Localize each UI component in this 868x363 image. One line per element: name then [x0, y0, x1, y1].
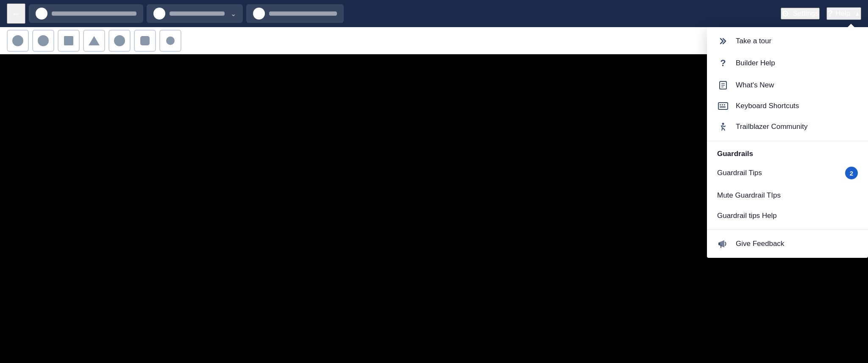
double-arrow-icon [717, 36, 729, 46]
menu-label-guardrail-tips-help: Guardrail tips Help [717, 212, 777, 220]
guardrails-section-header: Guardrails [707, 145, 868, 161]
menu-label-mute-guardrail-tips: Mute Guardrail TIps [717, 191, 781, 200]
menu-item-give-feedback[interactable]: Give Feedback [707, 233, 868, 254]
menu-divider-guardrails [707, 141, 868, 141]
menu-item-guardrail-tips[interactable]: Guardrail Tips 2 [707, 161, 868, 185]
chevron-down-icon: ⌄ [231, 10, 236, 18]
gear-icon: ⚙ [782, 8, 789, 19]
smaller-circle-shape-icon [166, 36, 175, 45]
menu-item-take-tour[interactable]: Take a tour [707, 31, 868, 52]
menu-item-builder-help[interactable]: ? Builder Help [707, 52, 868, 75]
svg-rect-7 [724, 104, 725, 106]
tab-label-1 [52, 11, 136, 16]
shape-button-circle-2[interactable] [32, 30, 54, 52]
svg-rect-5 [720, 104, 721, 106]
svg-rect-10 [718, 243, 720, 245]
keyboard-icon [717, 102, 729, 110]
tab-item-1[interactable] [29, 4, 143, 23]
help-label: Help [835, 9, 850, 18]
shape-button-circle-1[interactable] [7, 30, 29, 52]
guardrail-tips-badge: 2 [845, 167, 858, 179]
document-icon [717, 81, 729, 90]
menu-label-guardrail-tips: Guardrail Tips [717, 169, 762, 177]
rounded-square-shape-icon [140, 36, 150, 45]
topbar-right: ⚙ Settings ? Help ▲ [781, 7, 861, 20]
person-walk-icon [717, 122, 729, 131]
back-button[interactable]: ← [7, 3, 25, 24]
shape-button-small-circle[interactable] [159, 30, 181, 52]
triangle-shape-icon [89, 36, 100, 45]
dropdown-arrow [847, 24, 855, 28]
topbar: ← ⌄ ⚙ Settings ? Help ▲ [0, 0, 868, 27]
svg-rect-8 [720, 106, 726, 108]
menu-divider-feedback [707, 229, 868, 230]
menu-item-keyboard-shortcuts[interactable]: Keyboard Shortcuts [707, 96, 868, 116]
menu-label-take-tour: Take a tour [736, 37, 771, 45]
help-dropdown-menu: Take a tour ? Builder Help What's New [707, 27, 868, 258]
menu-item-trailblazer-community[interactable]: Trailblazer Community [707, 116, 868, 137]
back-icon: ← [11, 8, 21, 20]
megaphone-icon [717, 239, 729, 249]
menu-item-whats-new[interactable]: What's New [707, 75, 868, 96]
shape-button-rounded-square[interactable] [134, 30, 156, 52]
menu-label-keyboard-shortcuts: Keyboard Shortcuts [736, 102, 799, 110]
shape-button-circle-3[interactable] [108, 30, 131, 52]
svg-rect-4 [718, 103, 728, 109]
svg-point-9 [722, 123, 724, 125]
menu-item-guardrail-tips-help[interactable]: Guardrail tips Help [707, 206, 868, 226]
tab-avatar-2 [153, 8, 165, 20]
menu-label-give-feedback: Give Feedback [736, 240, 784, 248]
question-mark-icon: ? [717, 58, 729, 69]
tab-avatar-1 [36, 8, 47, 20]
settings-label: Settings [793, 9, 818, 18]
tab-label-3 [269, 11, 337, 16]
question-icon: ? [827, 8, 833, 19]
menu-item-mute-guardrail-tips[interactable]: Mute Guardrail TIps [707, 185, 868, 206]
help-chevron-icon: ▲ [854, 10, 860, 17]
circle-shape-icon-2 [38, 35, 49, 46]
menu-label-trailblazer-community: Trailblazer Community [736, 123, 807, 131]
settings-button[interactable]: ⚙ Settings [781, 8, 819, 20]
circle-shape-icon-3 [114, 35, 125, 46]
help-button[interactable]: ? Help ▲ [826, 7, 861, 20]
tab-avatar-3 [253, 8, 265, 20]
menu-label-builder-help: Builder Help [736, 59, 775, 67]
tab-item-2[interactable]: ⌄ [147, 4, 243, 23]
tab-item-3[interactable] [246, 4, 344, 23]
shape-button-triangle[interactable] [83, 30, 105, 52]
circle-shape-icon-1 [12, 35, 23, 46]
tab-label-2 [170, 11, 225, 16]
shape-button-square[interactable] [58, 30, 80, 52]
svg-rect-6 [722, 104, 723, 106]
square-shape-icon [64, 36, 73, 45]
menu-label-whats-new: What's New [736, 81, 774, 89]
topbar-left: ← ⌄ [7, 3, 781, 24]
